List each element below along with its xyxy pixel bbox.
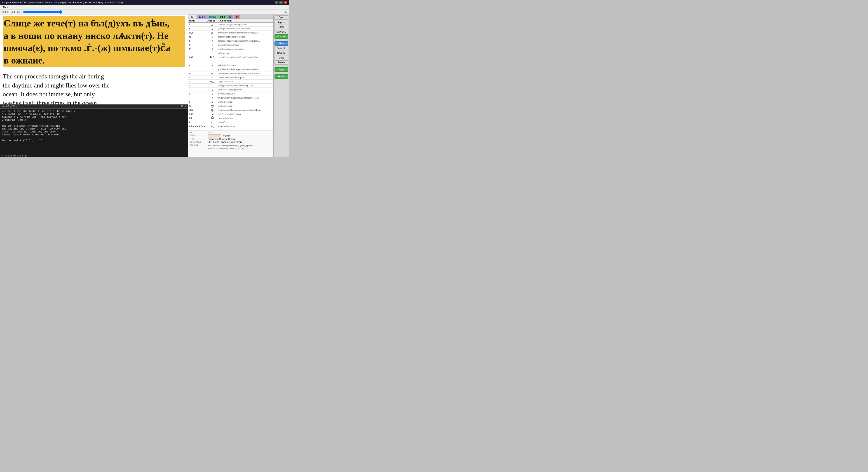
color-value: #ffdbc7 <box>208 134 272 138</box>
table-row[interactable]: f,phфfitu/ŕьtъ/фрть/фрьть/фрьть/фрьть/фр… <box>188 108 273 112</box>
table-row[interactable]: g,,dћ,Аdjervi/derv/dervs/g'ervь/Ćervь/Ť'… <box>188 55 273 59</box>
table-row[interactable]: jйj <box>188 59 273 63</box>
color-label: Color: <box>190 134 208 138</box>
title-bar: Simple Interactive TML (Transliteration … <box>0 0 289 5</box>
apply-button[interactable]: Apply <box>275 67 288 72</box>
table-row[interactable]: oо,оопу/оць/оны/зр1 <box>188 80 273 84</box>
table-area: dдdobro/dobre/добро/добрт/даева eєyestu/… <box>188 23 273 130</box>
table-row[interactable]: nнnashi/нашь/нашь/Нашь/р+ш <box>188 76 273 80</box>
table-row[interactable]: #i'ііinitial izhe/іже/ижев/іжев/вах <box>188 47 273 51</box>
table-row[interactable]: pпpokoj/рокоj/pokoje/покои/покой/р1зав <box>188 84 273 88</box>
table-row[interactable]: mмmyslite/мыслите/мыслите/мыслБте/жовдао… <box>188 71 273 76</box>
table-row[interactable]: rрritsi/řьcí/тьсі/рщи/рщи/вне <box>188 88 273 92</box>
table-row[interactable]: zh,žжzhivete/živéte/живіті/живіте/живіти… <box>188 31 273 35</box>
main-area: Слнце же тече(т) на бъз(д)ухъ въ дѣнь, а… <box>0 14 289 157</box>
table-row[interactable]: uуuku/uks/оукь/ва <box>188 100 273 104</box>
description-label: Description: <box>190 141 208 143</box>
preview-area: Слнце же тече(т) на бъз(д)ухъ въ дѣнь, а… <box>0 14 188 105</box>
table-headers: Input Output Comment <box>188 19 273 23</box>
table-row[interactable]: tтtvrido/tvrŭdo/твърдо/тврьдо/твєрдю/тоо… <box>188 96 273 100</box>
menu-about[interactable]: About <box>1 5 11 9</box>
table-row[interactable]: cцtsi/сі/ши/цы/вя <box>188 128 273 130</box>
maximize-button[interactable]: □ <box>279 1 283 4</box>
input-font-size-bar: Input Font Size 20 pt <box>0 105 188 109</box>
color-swatch <box>208 134 221 138</box>
header-comment: Comment <box>220 19 273 22</box>
sources-value: https://en.wikipedia.org/wiki/Early_Cyri… <box>208 144 272 150</box>
menu-bar: About <box>0 5 289 9</box>
reverse-button[interactable]: Reverse <box>275 51 288 55</box>
input-font-size-label: Input Font Size <box>2 105 17 108</box>
minimize-button[interactable]: ─ <box>275 1 278 4</box>
sources-label: Sources: <box>190 144 208 150</box>
table-row[interactable]: eєyestu/jest/есть/єсть/єсть/єсть/єзоп <box>188 27 273 31</box>
output-font-size-label: Output Font Size: <box>2 11 21 13</box>
id-value: cu-c <box>208 131 272 134</box>
status-text: >> Output font size: 57 pt <box>2 154 27 157</box>
right-panel: cu-l cu-g-r cu-g-a cu-c ru sr Input Outp… <box>188 14 273 157</box>
left-panel: Слнце же тече(т) на бъз(д)ухъ въ дѣнь, а… <box>0 14 188 157</box>
duplicate-button[interactable]: Duplicate <box>275 46 288 51</box>
tab-cu-l[interactable]: cu-l <box>189 15 196 19</box>
append-button[interactable]: Append <box>275 20 288 24</box>
right-side: cu-l cu-g-r cu-g-a cu-c ru sr Input Outp… <box>188 14 289 157</box>
mode-button[interactable]: Mode <box>275 56 288 60</box>
status-bar: >> Output font size: 57 pt <box>0 154 188 157</box>
new-button[interactable]: New <box>275 41 288 46</box>
tab-ru[interactable]: ru <box>227 15 234 19</box>
description-value: Old Church Slavonic, Cyrillic script. <box>208 141 272 143</box>
right-buttons-panel: Open Append Clear Save as... Compile New… <box>273 14 289 157</box>
table-row[interactable]: zзzemlja/zemĺ/zeml'i/земла/земла/земли/ө… <box>188 39 273 43</box>
input-area: <cu-c>Sl#-nce zhe teche(t) na b"z(d)uh" … <box>0 109 188 154</box>
top-bar: Output Font Size: 57 pt <box>0 9 289 14</box>
detail-panel: ID: cu-c Color: #ffdbc7 Font: Pochaevsk … <box>188 130 273 157</box>
table-row[interactable]: lлljuide/ljudie/l'udsje/люде/людин/людие… <box>188 67 273 71</box>
app-title: Simple Interactive TML (Transliteration … <box>2 1 123 4</box>
highlighted-preview: Слнце же тече(т) на бъз(д)ухъ въ дѣнь, а… <box>3 16 185 67</box>
tab-sr[interactable]: sr <box>234 15 240 19</box>
open-button[interactable]: Open <box>275 16 288 20</box>
table-row[interactable]: iиі/и/ита/езоо+ <box>188 51 273 55</box>
table-row[interactable]: #oѡшмега/тзэз+ <box>188 120 273 124</box>
table-row[interactable]: dдdobro/dobre/добро/добрт/даева <box>188 23 273 27</box>
close-button[interactable]: ✕ <box>284 1 287 4</box>
font-size-slider[interactable] <box>23 10 91 14</box>
plain-preview: The sun proceeds through the air during … <box>3 72 185 105</box>
tab-cu-c[interactable]: cu-c <box>218 15 227 19</box>
tab-cu-g-a[interactable]: cu-g-a <box>207 15 218 19</box>
id-label: ID: <box>190 131 208 134</box>
clear-button[interactable]: Clear <box>275 25 288 29</box>
header-input: Input <box>189 19 207 22</box>
table-row[interactable]: #uоуuku/uks/оукь/ва <box>188 104 273 108</box>
compile-button[interactable]: Compile <box>275 34 288 39</box>
delete-button[interactable]: Delete <box>275 60 288 65</box>
save-as-button[interactable]: Save as... <box>275 30 288 34</box>
graph-button[interactable]: Graph <box>275 75 288 79</box>
input-font-size-value: 20 pt <box>181 105 186 108</box>
table-row[interactable]: dzѕdzelo/ẑélo/ȥélo/słuo/sl.w/ааза <box>188 35 273 39</box>
table-row[interactable]: sсslovo/слово/залзо <box>188 92 273 96</box>
font-value: Pochaevsk Unicode Normal <box>208 138 272 140</box>
tab-row: cu-l cu-g-r cu-g-a cu-c ru sr <box>188 14 273 19</box>
input-textarea[interactable]: <cu-c>Sl#-nce zhe teche(t) na b"z(d)uh" … <box>2 110 186 153</box>
header-output: Output <box>207 19 220 22</box>
table-row[interactable]: #iіizhe/іже/ижев/іже/в.а.з <box>188 43 273 47</box>
table-row[interactable]: #otѾоты/оть/wrь/тоо <box>188 116 273 120</box>
tab-cu-g-r[interactable]: cu-g-r <box>197 15 207 19</box>
font-label: Font: <box>190 138 208 140</box>
table-row[interactable]: sht,shch,št,šč,čщshta/щта/ща/шта/ч+ <box>188 124 273 128</box>
table-row[interactable]: h,khхheru/хер/хёры/хбрь/ьзаз <box>188 112 273 116</box>
output-font-size-value: 57 pt <box>282 11 287 13</box>
table-row[interactable]: kкkako/како/каку/+оза <box>188 63 273 67</box>
